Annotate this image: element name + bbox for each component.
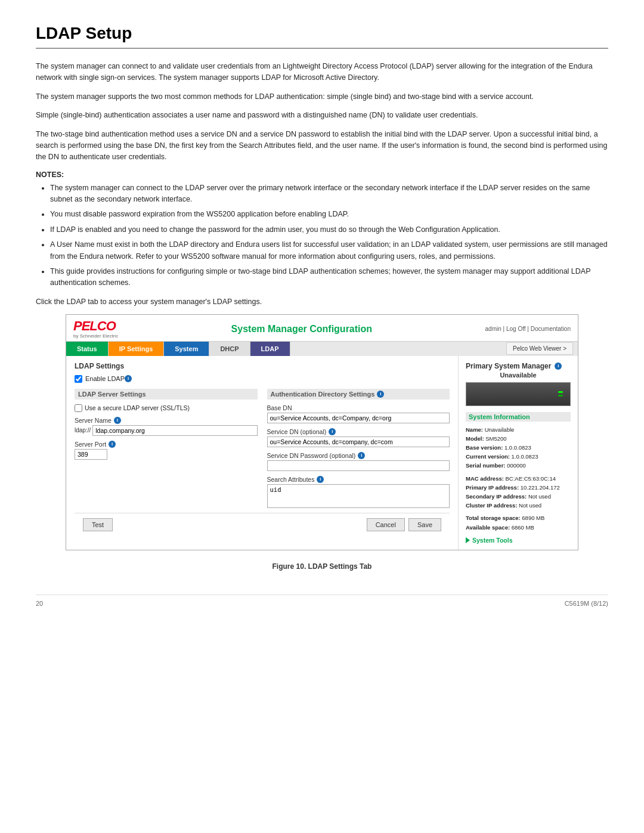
server-name-label: Server Name i — [75, 417, 258, 424]
server-settings-col: LDAP Server Settings Use a secure LDAP s… — [75, 389, 258, 513]
footer-page-number: 20 — [36, 600, 43, 607]
server-port-input[interactable] — [75, 449, 107, 460]
service-dn-label: Service DN (optional) i — [267, 428, 450, 435]
sys-info-model: Model: SM5200 — [466, 434, 571, 443]
nav-tab-row: Status IP Settings System DHCP LDAP Pelc… — [66, 342, 578, 356]
enable-ldap-row: Enable LDAP i — [75, 375, 450, 383]
service-dn-password-input[interactable] — [267, 460, 450, 471]
pelco-logo-sub: by Schneider Electric — [73, 333, 118, 339]
tab-system[interactable]: System — [164, 342, 209, 356]
settings-columns: LDAP Server Settings Use a secure LDAP s… — [75, 389, 450, 513]
figure-caption: Figure 10. LDAP Settings Tab — [36, 562, 608, 571]
tab-status[interactable]: Status — [66, 342, 109, 356]
system-tools-triangle-icon — [466, 537, 470, 543]
search-attributes-textarea[interactable]: uid — [267, 484, 450, 508]
tab-dhcp[interactable]: DHCP — [209, 342, 250, 356]
auth-settings-info-icon[interactable]: i — [377, 391, 384, 398]
server-port-label: Server Port i — [75, 441, 258, 448]
primary-sm-status: Unavailable — [466, 371, 571, 379]
search-attributes-info-icon[interactable]: i — [317, 476, 324, 483]
server-settings-header: LDAP Server Settings — [75, 389, 258, 400]
tab-ip-settings[interactable]: IP Settings — [109, 342, 165, 356]
server-name-input[interactable] — [92, 425, 257, 436]
body-para-2: The system manager supports the two most… — [36, 91, 608, 103]
system-tools-link[interactable]: System Tools — [466, 537, 571, 544]
pelco-logo: PELCO — [73, 320, 116, 333]
server-port-field-row — [75, 449, 258, 460]
enable-ldap-info-icon[interactable]: i — [125, 375, 132, 382]
note-item: The system manager can connect to the LD… — [50, 182, 608, 206]
service-dn-password-label: Service DN Password (optional) i — [267, 452, 450, 459]
notes-section: NOTES: The system manager can connect to… — [36, 171, 608, 289]
sys-info-base-version: Base version: 1.0.0.0823 — [466, 443, 571, 452]
server-port-info-icon[interactable]: i — [109, 441, 116, 448]
ldap-settings-header: LDAP Settings — [75, 362, 450, 370]
sys-info-serial: Serial number: 000000 — [466, 461, 571, 470]
server-name-info-icon[interactable]: i — [114, 417, 121, 424]
cancel-button[interactable]: Cancel — [367, 518, 405, 531]
body-para-3: Simple (single-bind) authentication asso… — [36, 110, 608, 121]
body-para-4: The two-stage bind authentication method… — [36, 129, 608, 163]
sm-logo: PELCO by Schneider Electric — [73, 320, 118, 339]
sm-config-title: System Manager Configuration — [118, 324, 485, 335]
buttons-row: Test Cancel Save — [75, 513, 450, 536]
sys-info-available-space: Available space: 6860 MB — [466, 523, 571, 532]
sys-info-total-storage: Total storage space: 6890 MB — [466, 513, 571, 522]
sys-info-primary-ip: Primary IP address: 10.221.204.172 — [466, 483, 571, 492]
service-dn-password-field-row — [267, 460, 450, 471]
base-dn-field-row — [267, 413, 450, 423]
note-item: If LDAP is enabled and you need to chang… — [50, 224, 608, 236]
service-dn-password-info-icon[interactable]: i — [358, 452, 365, 459]
enable-ldap-label: Enable LDAP — [85, 375, 125, 382]
auth-settings-col: Authentication Directory Settings i Base… — [267, 389, 450, 513]
left-panel: LDAP Settings Enable LDAP i LDAP Server … — [66, 356, 459, 550]
service-dn-input[interactable] — [267, 436, 450, 447]
btn-right-group: Cancel Save — [367, 518, 441, 531]
notes-label: NOTES: — [36, 171, 608, 179]
base-dn-input[interactable] — [267, 413, 450, 423]
pelco-viewer-button[interactable]: Pelco Web Viewer > — [506, 342, 573, 355]
footer-doc-id: C5619M (8/12) — [565, 600, 608, 607]
right-panel: Primary System Manager i Unavailable Sys… — [459, 356, 578, 550]
sys-info-current-version: Current version: 1.0.0.0823 — [466, 452, 571, 461]
tab-ldap[interactable]: LDAP — [250, 342, 290, 356]
sys-info-secondary-ip: Secondary IP address: Not used — [466, 492, 571, 501]
enable-ldap-checkbox[interactable] — [75, 375, 82, 383]
service-dn-info-icon[interactable]: i — [329, 428, 336, 435]
service-dn-field-row — [267, 436, 450, 447]
test-button[interactable]: Test — [83, 518, 113, 531]
sys-info-name: Name: Unavailable — [466, 425, 571, 434]
sys-info-cluster-ip: Cluster IP address: Not used — [466, 501, 571, 510]
note-item: A User Name must exist in both the LDAP … — [50, 239, 608, 262]
system-info-header: System Information — [466, 412, 571, 422]
use-secure-label: Use a secure LDAP server (SSL/TLS) — [85, 404, 190, 411]
system-info-lines: Name: Unavailable Model: SM5200 Base ver… — [466, 425, 571, 532]
sm-header-links[interactable]: admin | Log Off | Documentation — [485, 326, 571, 332]
device-image — [466, 382, 571, 406]
primary-sm-header: Primary System Manager i — [466, 362, 571, 370]
click-instruction: Click the LDAP tab to access your system… — [36, 298, 608, 306]
save-button[interactable]: Save — [408, 518, 441, 531]
sys-info-mac: MAC address: BC:AE:C5:63:0C:14 — [466, 474, 571, 483]
use-secure-checkbox[interactable] — [75, 404, 82, 412]
primary-sm-info-icon[interactable]: i — [555, 363, 562, 370]
use-secure-row: Use a secure LDAP server (SSL/TLS) — [75, 404, 258, 412]
body-para-1: The system manager can connect to and va… — [36, 61, 608, 84]
server-name-field-row: ldap:// — [75, 425, 258, 436]
sm-header: PELCO by Schneider Electric System Manag… — [66, 315, 578, 342]
primary-sm-title: Primary System Manager — [466, 362, 551, 370]
auth-settings-header: Authentication Directory Settings i — [267, 389, 450, 400]
device-image-inner — [466, 383, 570, 405]
note-item: This guide provides instructions for con… — [50, 266, 608, 289]
page-title: LDAP Setup — [36, 24, 608, 49]
base-dn-label: Base DN — [267, 404, 450, 411]
note-item: You must disable password expiration fro… — [50, 209, 608, 220]
page-footer: 20 C5619M (8/12) — [36, 594, 608, 607]
server-name-prefix: ldap:// — [75, 427, 91, 433]
screenshot-container: PELCO by Schneider Electric System Manag… — [66, 314, 578, 550]
search-attributes-label: Search Attributes i — [267, 476, 450, 483]
sm-body: LDAP Settings Enable LDAP i LDAP Server … — [66, 356, 578, 550]
search-attributes-field-row: uid — [267, 484, 450, 508]
notes-list: The system manager can connect to the LD… — [50, 182, 608, 289]
body-paragraphs: The system manager can connect to and va… — [36, 61, 608, 163]
